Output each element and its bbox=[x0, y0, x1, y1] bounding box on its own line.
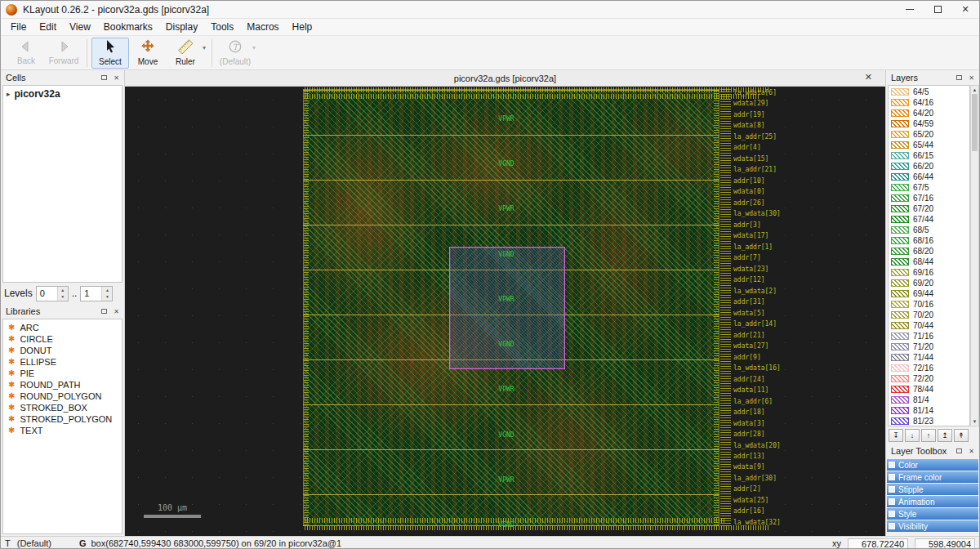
cells-tree[interactable]: ▸ picorv32a bbox=[2, 85, 122, 283]
toolbox-checkbox[interactable] bbox=[889, 523, 895, 529]
layer-nav-button[interactable]: ↥ bbox=[938, 429, 952, 442]
layer-row[interactable]: 78/44 bbox=[889, 384, 969, 395]
layer-row[interactable]: 68/20 bbox=[889, 246, 969, 257]
layer-row[interactable]: 67/20 bbox=[889, 203, 969, 214]
layer-row[interactable]: 71/44 bbox=[889, 352, 969, 363]
menu-item[interactable]: Edit bbox=[33, 20, 63, 35]
layer-row[interactable]: 66/20 bbox=[889, 161, 969, 172]
layer-row[interactable]: 68/44 bbox=[889, 257, 969, 267]
select-tool-button[interactable]: Select bbox=[91, 38, 129, 69]
layer-row[interactable]: 64/5 bbox=[889, 87, 969, 97]
layer-nav-button[interactable]: ↓ bbox=[905, 429, 920, 442]
library-item[interactable]: ✱ PIE bbox=[3, 368, 122, 379]
menu-item[interactable]: File bbox=[4, 20, 33, 35]
close-button[interactable]: ✕ bbox=[951, 1, 979, 18]
libraries-close-button[interactable]: ✕ bbox=[112, 307, 121, 316]
layer-row[interactable]: 70/16 bbox=[889, 299, 969, 310]
minimize-button[interactable] bbox=[896, 1, 924, 18]
toolbox-section-row[interactable]: Stipple bbox=[887, 484, 978, 495]
layer-row[interactable]: 65/44 bbox=[889, 140, 969, 150]
ruler-tool-button[interactable]: Ruler bbox=[167, 38, 204, 69]
layer-row[interactable]: 71/20 bbox=[889, 341, 969, 352]
default-mode-button[interactable]: T (Default) bbox=[216, 38, 254, 69]
layer-nav-button[interactable]: ↟ bbox=[954, 429, 969, 442]
layer-row[interactable]: 70/44 bbox=[889, 320, 969, 331]
layer-row[interactable]: 81/14 bbox=[889, 405, 969, 416]
layer-toolbox-float-button[interactable] bbox=[955, 447, 964, 456]
layer-row[interactable]: 64/16 bbox=[889, 97, 969, 108]
toolbox-section-row[interactable]: Animation bbox=[887, 496, 978, 507]
libraries-list[interactable]: ✱ ARC ✱ CIRCLE ✱ DONUT ✱ ELLIPSE bbox=[2, 319, 122, 534]
menu-item[interactable]: Bookmarks bbox=[97, 20, 159, 35]
layer-row[interactable]: 69/44 bbox=[889, 288, 969, 299]
library-item[interactable]: ✱ TEXT bbox=[3, 425, 122, 436]
layers-close-button[interactable]: ✕ bbox=[967, 74, 976, 83]
forward-button[interactable]: Forward bbox=[45, 38, 82, 69]
expand-icon[interactable]: ▸ bbox=[7, 90, 11, 98]
layer-row[interactable]: 69/20 bbox=[889, 278, 969, 288]
layer-row[interactable]: 66/44 bbox=[889, 172, 969, 182]
toolbox-checkbox[interactable] bbox=[889, 462, 895, 468]
cell-tree-item[interactable]: ▸ picorv32a bbox=[3, 87, 122, 100]
layout-viewport[interactable]: VPWR VGND VPWR VGND VPWR VGND VPWR VGND … bbox=[125, 87, 885, 536]
levels-to-value[interactable]: 1 bbox=[81, 287, 101, 301]
toolbox-checkbox[interactable] bbox=[889, 486, 895, 493]
layer-row[interactable]: 72/16 bbox=[889, 363, 969, 373]
layer-row[interactable]: 65/20 bbox=[889, 129, 969, 140]
scrollbar-thumb[interactable] bbox=[972, 94, 978, 151]
spin-down-icon[interactable]: ▼ bbox=[58, 293, 68, 301]
library-item[interactable]: ✱ STROKED_BOX bbox=[3, 402, 122, 413]
menu-item[interactable]: Help bbox=[286, 20, 319, 35]
library-item[interactable]: ✱ ELLIPSE bbox=[3, 356, 122, 368]
layer-row[interactable]: 66/15 bbox=[889, 150, 969, 161]
toolbox-checkbox[interactable] bbox=[889, 498, 895, 505]
levels-to-spinner[interactable]: 1 ▲ ▼ bbox=[80, 286, 113, 301]
default-mode-dropdown-icon[interactable]: ▾ bbox=[252, 44, 256, 51]
back-button[interactable]: Back bbox=[7, 38, 45, 69]
library-item[interactable]: ✱ ROUND_POLYGON bbox=[3, 391, 122, 402]
layer-toolbox-close-button[interactable]: ✕ bbox=[967, 447, 976, 456]
layer-row[interactable]: 64/59 bbox=[889, 118, 969, 129]
toolbox-section-row[interactable]: Visibility bbox=[887, 520, 978, 532]
scrollbar-track[interactable] bbox=[971, 151, 978, 417]
menu-item[interactable]: View bbox=[63, 20, 97, 35]
toolbox-section-row[interactable]: Color bbox=[887, 459, 978, 471]
library-item[interactable]: ✱ STROKED_POLYGON bbox=[3, 413, 122, 425]
library-item[interactable]: ✱ DONUT bbox=[3, 345, 122, 356]
toolbox-checkbox[interactable] bbox=[889, 474, 895, 480]
cells-close-button[interactable]: ✕ bbox=[112, 74, 121, 83]
move-tool-button[interactable]: Move bbox=[129, 38, 167, 69]
menu-item[interactable]: Tools bbox=[204, 20, 240, 35]
tab-close-button[interactable]: ✕ bbox=[865, 73, 872, 82]
layer-row[interactable]: 81/23 bbox=[889, 416, 969, 426]
menu-item[interactable]: Macros bbox=[240, 20, 285, 35]
spin-up-icon[interactable]: ▲ bbox=[58, 287, 68, 294]
menu-item[interactable]: Display bbox=[159, 20, 204, 35]
layers-float-button[interactable] bbox=[955, 74, 964, 83]
layer-row[interactable]: 68/5 bbox=[889, 225, 969, 235]
layout-tab[interactable]: picorv32a.gds [picorv32a] ✕ bbox=[125, 70, 885, 87]
layer-row[interactable]: 72/20 bbox=[889, 373, 969, 384]
library-item[interactable]: ✱ ARC bbox=[3, 322, 122, 333]
layer-row[interactable]: 70/20 bbox=[889, 310, 969, 320]
layer-nav-button[interactable]: ↑ bbox=[921, 429, 936, 442]
spin-down-icon[interactable]: ▼ bbox=[102, 293, 112, 301]
layer-row[interactable]: 68/16 bbox=[889, 235, 969, 246]
spin-up-icon[interactable]: ▲ bbox=[102, 287, 112, 294]
library-item[interactable]: ✱ ROUND_PATH bbox=[3, 379, 122, 391]
scroll-up-icon[interactable]: ▲ bbox=[971, 86, 978, 94]
levels-from-value[interactable]: 0 bbox=[37, 287, 57, 301]
cells-float-button[interactable] bbox=[100, 74, 109, 83]
toolbox-checkbox[interactable] bbox=[889, 511, 895, 517]
layer-row[interactable]: 64/20 bbox=[889, 108, 969, 118]
layer-row[interactable]: 67/16 bbox=[889, 193, 969, 203]
maximize-button[interactable] bbox=[924, 1, 951, 18]
layer-row[interactable]: 71/16 bbox=[889, 331, 969, 341]
toolbox-section-row[interactable]: Frame color bbox=[887, 471, 978, 483]
layer-row[interactable]: 67/44 bbox=[889, 214, 969, 225]
library-item[interactable]: ✱ CIRCLE bbox=[3, 333, 122, 345]
layers-list[interactable]: 64/5 64/16 64/20 64/59 bbox=[888, 85, 970, 426]
scroll-down-icon[interactable]: ▼ bbox=[971, 417, 978, 426]
layer-nav-button[interactable]: ↧ bbox=[889, 429, 903, 442]
levels-from-spinner[interactable]: 0 ▲ ▼ bbox=[36, 286, 69, 301]
